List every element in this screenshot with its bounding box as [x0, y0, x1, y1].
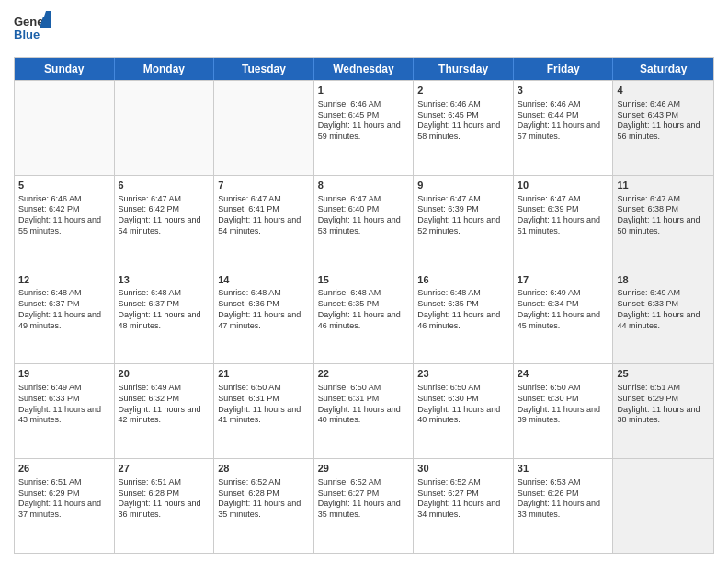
- day-number: 12: [18, 273, 110, 287]
- day-details: Sunrise: 6:49 AM Sunset: 6:33 PM Dayligh…: [18, 383, 110, 426]
- day-details: Sunrise: 6:52 AM Sunset: 6:28 PM Dayligh…: [218, 477, 310, 521]
- day-details: Sunrise: 6:46 AM Sunset: 6:42 PM Dayligh…: [18, 194, 110, 237]
- calendar-day-16: 16Sunrise: 6:48 AM Sunset: 6:35 PM Dayli…: [414, 270, 514, 364]
- day-number: 28: [218, 462, 310, 476]
- day-details: Sunrise: 6:47 AM Sunset: 6:40 PM Dayligh…: [318, 194, 410, 237]
- calendar-day-10: 10Sunrise: 6:47 AM Sunset: 6:39 PM Dayli…: [514, 176, 614, 270]
- logo: General Blue: [14, 9, 51, 50]
- calendar-day-15: 15Sunrise: 6:48 AM Sunset: 6:35 PM Dayli…: [314, 270, 415, 364]
- day-number: 7: [218, 178, 310, 192]
- day-number: 15: [318, 273, 410, 287]
- day-number: 16: [417, 273, 509, 287]
- calendar-day-12: 12Sunrise: 6:48 AM Sunset: 6:37 PM Dayli…: [15, 270, 115, 364]
- day-details: Sunrise: 6:48 AM Sunset: 6:35 PM Dayligh…: [417, 288, 509, 331]
- day-number: 5: [18, 178, 110, 192]
- day-details: Sunrise: 6:47 AM Sunset: 6:42 PM Dayligh…: [119, 194, 210, 237]
- calendar: SundayMondayTuesdayWednesdayThursdayFrid…: [14, 57, 714, 554]
- day-number: 19: [18, 367, 110, 381]
- calendar-week-3: 12Sunrise: 6:48 AM Sunset: 6:37 PM Dayli…: [15, 270, 713, 364]
- calendar-day-19: 19Sunrise: 6:49 AM Sunset: 6:33 PM Dayli…: [15, 364, 115, 458]
- day-details: Sunrise: 6:48 AM Sunset: 6:35 PM Dayligh…: [318, 288, 410, 331]
- day-number: 30: [417, 462, 509, 476]
- calendar-empty-cell: [115, 81, 215, 175]
- calendar-day-27: 27Sunrise: 6:51 AM Sunset: 6:28 PM Dayli…: [115, 459, 215, 553]
- day-details: Sunrise: 6:49 AM Sunset: 6:33 PM Dayligh…: [617, 288, 710, 331]
- day-details: Sunrise: 6:50 AM Sunset: 6:31 PM Dayligh…: [318, 383, 410, 426]
- calendar-day-11: 11Sunrise: 6:47 AM Sunset: 6:38 PM Dayli…: [613, 176, 713, 270]
- calendar-day-26: 26Sunrise: 6:51 AM Sunset: 6:29 PM Dayli…: [15, 459, 115, 553]
- calendar-day-17: 17Sunrise: 6:49 AM Sunset: 6:34 PM Dayli…: [514, 270, 614, 364]
- header-day-sunday: Sunday: [15, 58, 115, 80]
- header-day-tuesday: Tuesday: [214, 58, 314, 80]
- day-details: Sunrise: 6:47 AM Sunset: 6:39 PM Dayligh…: [417, 194, 509, 237]
- calendar-day-7: 7Sunrise: 6:47 AM Sunset: 6:41 PM Daylig…: [214, 176, 314, 270]
- day-details: Sunrise: 6:47 AM Sunset: 6:38 PM Dayligh…: [617, 194, 710, 237]
- day-details: Sunrise: 6:47 AM Sunset: 6:39 PM Dayligh…: [518, 194, 609, 237]
- day-details: Sunrise: 6:46 AM Sunset: 6:43 PM Dayligh…: [617, 99, 710, 143]
- calendar-day-18: 18Sunrise: 6:49 AM Sunset: 6:33 PM Dayli…: [613, 270, 713, 364]
- calendar-day-4: 4Sunrise: 6:46 AM Sunset: 6:43 PM Daylig…: [613, 81, 713, 175]
- day-number: 4: [617, 84, 710, 98]
- header-day-wednesday: Wednesday: [314, 58, 415, 80]
- svg-text:Blue: Blue: [14, 28, 40, 41]
- calendar-empty-cell: [214, 81, 314, 175]
- calendar-day-29: 29Sunrise: 6:52 AM Sunset: 6:27 PM Dayli…: [314, 459, 415, 553]
- calendar-empty-cell: [613, 459, 713, 553]
- calendar-day-9: 9Sunrise: 6:47 AM Sunset: 6:39 PM Daylig…: [414, 176, 514, 270]
- day-number: 2: [417, 84, 509, 98]
- calendar-day-2: 2Sunrise: 6:46 AM Sunset: 6:45 PM Daylig…: [414, 81, 514, 175]
- calendar-week-4: 19Sunrise: 6:49 AM Sunset: 6:33 PM Dayli…: [15, 363, 713, 458]
- calendar-empty-cell: [15, 81, 115, 175]
- calendar-day-3: 3Sunrise: 6:46 AM Sunset: 6:44 PM Daylig…: [514, 81, 614, 175]
- calendar-header: SundayMondayTuesdayWednesdayThursdayFrid…: [15, 58, 713, 80]
- day-number: 29: [318, 462, 410, 476]
- day-details: Sunrise: 6:53 AM Sunset: 6:26 PM Dayligh…: [518, 477, 609, 521]
- calendar-day-20: 20Sunrise: 6:49 AM Sunset: 6:32 PM Dayli…: [115, 364, 215, 458]
- calendar-day-13: 13Sunrise: 6:48 AM Sunset: 6:37 PM Dayli…: [115, 270, 215, 364]
- day-number: 24: [518, 367, 609, 381]
- calendar-day-1: 1Sunrise: 6:46 AM Sunset: 6:45 PM Daylig…: [314, 81, 415, 175]
- day-number: 31: [518, 462, 609, 476]
- header-day-saturday: Saturday: [613, 58, 713, 80]
- calendar-week-2: 5Sunrise: 6:46 AM Sunset: 6:42 PM Daylig…: [15, 175, 713, 270]
- calendar-day-6: 6Sunrise: 6:47 AM Sunset: 6:42 PM Daylig…: [115, 176, 215, 270]
- calendar-day-8: 8Sunrise: 6:47 AM Sunset: 6:40 PM Daylig…: [314, 176, 415, 270]
- day-details: Sunrise: 6:50 AM Sunset: 6:30 PM Dayligh…: [518, 383, 609, 426]
- calendar-day-30: 30Sunrise: 6:52 AM Sunset: 6:27 PM Dayli…: [414, 459, 514, 553]
- header: General Blue: [14, 9, 714, 50]
- day-number: 10: [518, 178, 609, 192]
- day-number: 13: [119, 273, 210, 287]
- day-details: Sunrise: 6:50 AM Sunset: 6:30 PM Dayligh…: [417, 383, 509, 426]
- header-day-thursday: Thursday: [414, 58, 514, 80]
- calendar-day-22: 22Sunrise: 6:50 AM Sunset: 6:31 PM Dayli…: [314, 364, 415, 458]
- day-details: Sunrise: 6:46 AM Sunset: 6:44 PM Dayligh…: [518, 99, 609, 143]
- day-number: 23: [417, 367, 509, 381]
- day-details: Sunrise: 6:51 AM Sunset: 6:28 PM Dayligh…: [119, 477, 210, 521]
- day-details: Sunrise: 6:50 AM Sunset: 6:31 PM Dayligh…: [218, 383, 310, 426]
- day-number: 22: [318, 367, 410, 381]
- calendar-day-31: 31Sunrise: 6:53 AM Sunset: 6:26 PM Dayli…: [514, 459, 614, 553]
- day-number: 25: [617, 367, 710, 381]
- calendar-day-28: 28Sunrise: 6:52 AM Sunset: 6:28 PM Dayli…: [214, 459, 314, 553]
- calendar-body: 1Sunrise: 6:46 AM Sunset: 6:45 PM Daylig…: [15, 80, 713, 553]
- calendar-day-5: 5Sunrise: 6:46 AM Sunset: 6:42 PM Daylig…: [15, 176, 115, 270]
- calendar-day-23: 23Sunrise: 6:50 AM Sunset: 6:30 PM Dayli…: [414, 364, 514, 458]
- day-details: Sunrise: 6:51 AM Sunset: 6:29 PM Dayligh…: [617, 383, 710, 426]
- calendar-week-1: 1Sunrise: 6:46 AM Sunset: 6:45 PM Daylig…: [15, 80, 713, 175]
- day-details: Sunrise: 6:48 AM Sunset: 6:36 PM Dayligh…: [218, 288, 310, 331]
- calendar-day-25: 25Sunrise: 6:51 AM Sunset: 6:29 PM Dayli…: [613, 364, 713, 458]
- calendar-day-24: 24Sunrise: 6:50 AM Sunset: 6:30 PM Dayli…: [514, 364, 614, 458]
- day-number: 9: [417, 178, 509, 192]
- day-number: 18: [617, 273, 710, 287]
- day-details: Sunrise: 6:51 AM Sunset: 6:29 PM Dayligh…: [18, 477, 110, 521]
- day-details: Sunrise: 6:47 AM Sunset: 6:41 PM Dayligh…: [218, 194, 310, 237]
- day-number: 17: [518, 273, 609, 287]
- calendar-day-14: 14Sunrise: 6:48 AM Sunset: 6:36 PM Dayli…: [214, 270, 314, 364]
- header-day-monday: Monday: [115, 58, 215, 80]
- day-number: 20: [119, 367, 210, 381]
- day-number: 11: [617, 178, 710, 192]
- day-number: 26: [18, 462, 110, 476]
- day-number: 1: [318, 84, 410, 98]
- day-details: Sunrise: 6:48 AM Sunset: 6:37 PM Dayligh…: [119, 288, 210, 331]
- header-day-friday: Friday: [514, 58, 614, 80]
